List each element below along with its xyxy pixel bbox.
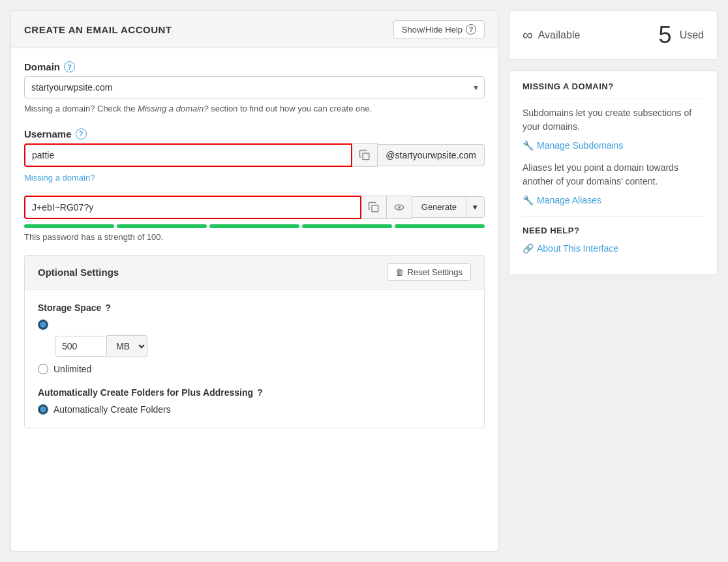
storage-number-input[interactable]	[55, 336, 107, 357]
main-panel-body: Domain ? startyourwpsite.com ▾ Missing a…	[11, 48, 498, 441]
unlimited-label: Unlimited	[53, 364, 91, 374]
storage-custom-radio-row	[38, 319, 471, 330]
copy-icon	[368, 201, 380, 213]
domain-label: Domain ?	[24, 61, 485, 72]
password-toggle-visibility-button[interactable]	[387, 196, 412, 219]
about-interface-link[interactable]: 🔗 About This Interface	[523, 243, 704, 254]
storage-custom-radio[interactable]	[38, 319, 48, 330]
available-label: Available	[538, 29, 581, 41]
auto-folders-section: Automatically Create Folders for Plus Ad…	[38, 387, 471, 415]
used-label: Used	[680, 29, 704, 41]
manage-aliases-link[interactable]: 🔧 Manage Aliases	[523, 195, 704, 205]
page-title: CREATE AN EMAIL ACCOUNT	[24, 24, 172, 35]
infinity-icon: ∞	[523, 27, 533, 44]
stats-box: ∞ Available 5 Used	[509, 10, 718, 60]
password-strength-bars	[24, 224, 485, 228]
missing-domain-link[interactable]: Missing a domain?	[24, 173, 95, 183]
optional-settings-title: Optional Settings	[38, 267, 119, 278]
optional-settings-section: Optional Settings 🗑 Reset Settings Stora…	[24, 255, 485, 428]
aliases-text: Aliases let you point a domain towards a…	[523, 161, 704, 188]
right-sidebar: ∞ Available 5 Used MISSING A DOMAIN? Sub…	[509, 10, 718, 552]
main-panel-header: CREATE AN EMAIL ACCOUNT Show/Hide Help ?	[11, 11, 498, 48]
reset-settings-button[interactable]: 🗑 Reset Settings	[387, 263, 471, 281]
strength-bar-2	[117, 224, 207, 228]
username-info-icon[interactable]: ?	[76, 128, 87, 140]
auto-folders-title: Automatically Create Folders for Plus Ad…	[38, 387, 471, 398]
strength-bar-3	[209, 224, 299, 228]
username-label: Username ?	[24, 128, 485, 140]
optional-settings-body: Storage Space ? MB GB	[25, 289, 484, 428]
auto-folders-radio-row: Automatically Create Folders	[38, 404, 471, 415]
storage-info-icon[interactable]: ?	[105, 303, 111, 313]
divider	[523, 216, 704, 216]
strength-bar-5	[395, 224, 485, 228]
storage-value-row: MB GB	[55, 335, 471, 357]
password-row: Generate ▾	[24, 196, 485, 219]
auto-folders-info-icon[interactable]: ?	[257, 387, 263, 398]
used-number: 5	[659, 22, 672, 49]
storage-unlimited-row: Unlimited	[38, 364, 471, 374]
show-hide-help-button[interactable]: Show/Hide Help ?	[393, 20, 485, 38]
username-input[interactable]	[24, 143, 352, 167]
strength-bar-4	[302, 224, 392, 228]
optional-settings-header: Optional Settings 🗑 Reset Settings	[25, 256, 484, 289]
need-help-title: NEED HELP?	[523, 226, 704, 235]
storage-space-section: Storage Space ? MB GB	[38, 303, 471, 374]
external-link-icon: 🔗	[523, 243, 534, 254]
show-hide-label: Show/Hide Help	[402, 25, 463, 35]
domain-section: Domain ? startyourwpsite.com ▾ Missing a…	[24, 61, 485, 115]
missing-domain-title: MISSING A DOMAIN?	[523, 81, 704, 98]
domain-info-icon[interactable]: ?	[64, 61, 75, 72]
help-circle-icon: ?	[466, 24, 476, 35]
generate-dropdown-button[interactable]: ▾	[466, 196, 485, 218]
copy-icon	[359, 149, 371, 161]
svg-point-3	[398, 206, 401, 209]
generate-password-button[interactable]: Generate	[412, 196, 466, 218]
main-panel: CREATE AN EMAIL ACCOUNT Show/Hide Help ?…	[10, 10, 498, 552]
subdomains-text: Subdomains let you create subsections of…	[523, 106, 704, 134]
username-copy-button[interactable]	[352, 143, 378, 167]
svg-rect-1	[372, 205, 378, 212]
wrench-icon-2: 🔧	[523, 195, 534, 205]
storage-unlimited-radio[interactable]	[38, 364, 48, 374]
manage-subdomains-link[interactable]: 🔧 Manage Subdomains	[523, 140, 704, 151]
trash-icon: 🗑	[395, 267, 404, 277]
eye-icon	[393, 201, 405, 213]
auto-folders-radio[interactable]	[38, 404, 48, 415]
domain-select-wrapper: startyourwpsite.com ▾	[24, 76, 485, 98]
storage-label: Storage Space ?	[38, 303, 471, 313]
password-section: Generate ▾ This password has a strength …	[24, 196, 485, 242]
password-input[interactable]	[24, 196, 361, 219]
auto-folders-option-label: Automatically Create Folders	[53, 404, 171, 415]
password-copy-button[interactable]	[361, 196, 387, 219]
strength-bar-1	[24, 224, 114, 228]
svg-rect-0	[363, 153, 369, 160]
missing-domain-info-box: MISSING A DOMAIN? Subdomains let you cre…	[509, 70, 718, 275]
used-stat: 5 Used	[659, 22, 704, 49]
available-stat: ∞ Available	[523, 27, 580, 44]
username-row: @startyourwpsite.com	[24, 143, 485, 167]
username-section: Username ? @startyourwpsite.com Missing …	[24, 128, 485, 183]
password-strength-text: This password has a strength of 100.	[24, 232, 485, 242]
wrench-icon: 🔧	[523, 140, 534, 151]
domain-select[interactable]: startyourwpsite.com	[24, 76, 485, 98]
storage-unit-select[interactable]: MB GB	[107, 335, 147, 357]
domain-hint: Missing a domain? Check the Missing a do…	[24, 102, 485, 115]
domain-suffix: @startyourwpsite.com	[378, 144, 485, 166]
